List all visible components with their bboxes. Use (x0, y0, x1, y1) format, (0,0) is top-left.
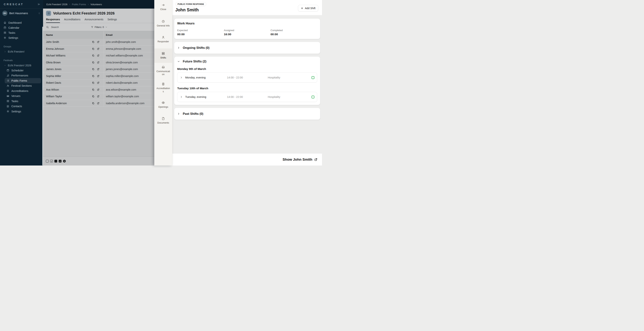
filled-square-check-icon[interactable] (59, 160, 62, 162)
responses-table: John Smith john.smith@example.com Emma J… (43, 39, 154, 107)
open-external-icon[interactable] (97, 68, 100, 70)
duplicate-icon[interactable] (92, 95, 94, 98)
shift-row[interactable]: Tuesday, evening 14:00 - 22:00 Hospitali… (177, 92, 317, 102)
table-row[interactable]: Olivia Brown olivia.brown@example.com (43, 59, 154, 66)
open-external-icon[interactable] (97, 48, 100, 50)
sidebar-item-label: Venues (11, 94, 20, 98)
work-hours-title: Work Hours (177, 22, 317, 25)
open-external-icon[interactable] (97, 54, 100, 57)
chevron-down-icon (4, 64, 6, 66)
ongoing-shifts-toggle[interactable]: Ongoing Shifts (0) (177, 46, 317, 50)
response-name: Olivia Brown (46, 61, 92, 64)
breadcrumb-public-forms[interactable]: Public Forms (72, 3, 86, 6)
drawer-tab-general-info[interactable]: General Info (154, 18, 172, 29)
drawer-tab-responder[interactable]: Responder (154, 34, 172, 45)
table-row[interactable]: Ava Wilson ava.wilson@example.com (43, 86, 154, 93)
checked-checkbox-outline-icon[interactable] (50, 160, 53, 162)
table-row[interactable]: Isabella Anderson isabella.anderson@exam… (43, 100, 154, 107)
sidebar-item-festival-settings[interactable]: Settings (5, 109, 41, 114)
stat-value: 00:00 (177, 32, 224, 36)
duplicate-icon[interactable] (92, 82, 94, 84)
table-row[interactable]: John Smith john.smith@example.com (43, 39, 154, 46)
tab-accreditations[interactable]: Accreditations (64, 18, 80, 23)
tab-settings[interactable]: Settings (108, 18, 117, 23)
list-icon (6, 79, 9, 82)
table-row[interactable]: Emma Johnson emma.johnson@example.com (43, 46, 154, 52)
open-external-icon[interactable] (97, 102, 100, 104)
duplicate-icon[interactable] (92, 48, 94, 50)
sidebar-item-contacts[interactable]: Contacts (5, 104, 41, 109)
tab-announcements[interactable]: Announcements (84, 18, 104, 23)
festivals-section-label: Festivals (0, 58, 43, 62)
shift-checkbox[interactable] (312, 96, 314, 98)
selection-status-bar (43, 156, 154, 166)
filled-square-icon[interactable] (54, 160, 57, 162)
open-external-icon[interactable] (97, 95, 100, 98)
search-input[interactable] (51, 26, 79, 28)
drawer-tab-shifts[interactable]: Shifts (154, 48, 172, 63)
sidebar-item-calendar[interactable]: Calendar (0, 25, 43, 30)
open-external-icon[interactable] (97, 82, 100, 84)
open-external-icon[interactable] (97, 41, 100, 43)
table-row[interactable]: Robert Davis robert.davis@example.com (43, 80, 154, 86)
table-row[interactable]: Sophia Miller sophia.miller@example.com (43, 73, 154, 80)
past-shifts-toggle[interactable]: Past Shifts (0) (177, 112, 317, 116)
chevron-down-icon (105, 26, 107, 28)
add-shift-button[interactable]: Add Shift (298, 5, 318, 12)
shift-checkbox[interactable] (312, 76, 314, 79)
user-menu[interactable]: BH Bert Hausmans (0, 8, 43, 18)
breadcrumb-volunteers[interactable]: Volunteers (90, 3, 102, 6)
sidebar-item-festival-tasks[interactable]: Tasks (5, 98, 41, 104)
drawer-tab-openings[interactable]: Openings (154, 99, 172, 110)
tasks-icon (6, 100, 9, 102)
duplicate-icon[interactable] (92, 88, 94, 91)
duplicate-icon[interactable] (92, 41, 94, 43)
sidebar-item-tasks[interactable]: Tasks (0, 30, 43, 35)
stat-value: 00:00 (270, 32, 317, 36)
sidebar-item-accreditations[interactable]: Accreditations (5, 88, 41, 94)
sidebar-collapse-icon[interactable] (38, 3, 40, 6)
open-external-icon[interactable] (97, 61, 100, 64)
response-email: olivia.brown@example.com (104, 59, 154, 66)
festival-echt-feesten-2026[interactable]: Echt Feesten! 2026 (0, 63, 43, 68)
sidebar-item-performances[interactable]: Performances (5, 73, 41, 78)
sidebar-item-dashboard[interactable]: Dashboard (0, 20, 43, 25)
section-title: Ongoing Shifts (0) (183, 46, 210, 50)
future-shifts-toggle[interactable]: Future Shifts (2) (177, 60, 317, 63)
sidebar-item-festival-sections[interactable]: Festival Sections (5, 83, 41, 88)
filters-dropdown[interactable]: Filters: 0 (91, 26, 107, 28)
table-row[interactable]: James Jones james.jones@example.com (43, 66, 154, 73)
duplicate-icon[interactable] (92, 61, 94, 64)
duplicate-icon[interactable] (92, 102, 94, 104)
table-row[interactable]: Michael Williams michael.williams@exampl… (43, 52, 154, 59)
drawer-nav-label: Openings (156, 106, 170, 109)
breadcrumb-festival[interactable]: Echt Feesten! 2026 (46, 3, 68, 6)
drawer-tab-communication[interactable]: Communication (154, 64, 172, 78)
tab-responses[interactable]: Responses (46, 18, 60, 23)
sidebar-item-public-forms[interactable]: Public Forms (5, 78, 41, 83)
filled-circle-x-icon[interactable] (63, 160, 66, 162)
table-row[interactable]: William Taylor william.taylor@example.co… (43, 93, 154, 100)
duplicate-icon[interactable] (92, 75, 94, 77)
sidebar-item-scheduler[interactable]: Scheduler (5, 68, 41, 73)
section-title: Future Shifts (2) (183, 60, 206, 63)
open-external-icon[interactable] (97, 88, 100, 91)
drawer-tab-documents[interactable]: Documents (154, 115, 172, 126)
sidebar: CRESCAT BH Bert Hausmans Dashboard Calen… (0, 0, 43, 166)
empty-checkbox-icon[interactable] (46, 160, 49, 162)
group-echt-feesten[interactable]: Echt Feesten! (0, 49, 43, 54)
shift-name: Tuesday, evening (185, 96, 224, 98)
sidebar-item-label: Settings (8, 36, 18, 39)
drawer-tab-accreditations[interactable]: Accreditations (154, 80, 172, 95)
column-header-name[interactable]: Name (43, 31, 104, 39)
open-external-icon[interactable] (97, 75, 100, 77)
drawer-close-button[interactable]: Close (154, 2, 172, 13)
duplicate-icon[interactable] (92, 68, 94, 70)
column-header-email[interactable]: Email (104, 31, 154, 39)
sidebar-item-settings[interactable]: Settings (0, 35, 43, 40)
show-responder-link[interactable]: Show John Smith (283, 158, 318, 162)
duplicate-icon[interactable] (92, 54, 94, 57)
shift-row[interactable]: Monday, evening 14:00 - 22:00 Hospitalit… (177, 72, 317, 82)
sidebar-item-label: Scheduler (11, 69, 24, 72)
sidebar-item-venues[interactable]: Venues (5, 94, 41, 99)
